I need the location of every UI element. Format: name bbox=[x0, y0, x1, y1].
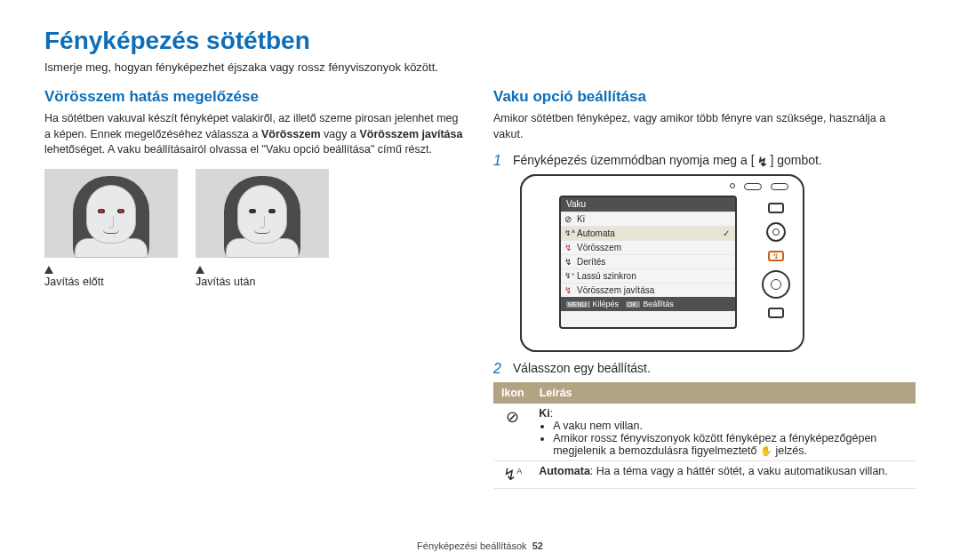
bold-redeye: Vörösszem bbox=[261, 128, 321, 140]
fn-button bbox=[768, 308, 784, 318]
menu-title: Vaku bbox=[561, 197, 735, 212]
step-number: 1 bbox=[493, 153, 506, 169]
portrait-pair bbox=[44, 169, 467, 258]
row-title: Ki bbox=[539, 407, 550, 420]
nav-dial bbox=[762, 270, 790, 299]
text: vagy a bbox=[324, 128, 359, 140]
table-row: ⊘ Ki: A vaku nem villan. Amikor rossz fé… bbox=[494, 404, 916, 461]
menu-item-fill: Derítés bbox=[561, 254, 735, 268]
text: lehetőséget. A vaku beállításairól olvas… bbox=[44, 143, 432, 156]
portrait-before bbox=[44, 169, 178, 258]
red-eye-icon bbox=[117, 209, 124, 213]
flash-off-icon: ⊘ bbox=[494, 404, 532, 461]
menu-exit: Kilépés bbox=[566, 299, 619, 309]
bold-redeye-fix: Vörösszem javítása bbox=[359, 128, 462, 140]
mode-button bbox=[768, 203, 784, 213]
th-icon: Ikon bbox=[494, 383, 532, 404]
camera-lcd: Vaku Ki Automata Vörösszem Derítés Lassú… bbox=[559, 196, 737, 329]
col-flash: Vaku opció beállítása Amikor sötétben fé… bbox=[493, 88, 916, 489]
menu-item-off: Ki bbox=[561, 212, 735, 226]
th-desc: Leírás bbox=[532, 383, 915, 404]
step-2: 2 Válasszon egy beállítást. bbox=[493, 361, 916, 377]
step-text: Válasszon egy beállítást. bbox=[513, 361, 651, 377]
redeye-heading: Vörösszem hatás megelőzése bbox=[44, 88, 467, 106]
camera-buttons: ↯ bbox=[762, 203, 790, 318]
menu-item-auto-selected: Automata bbox=[561, 226, 735, 240]
menu-set: Beállítás bbox=[626, 299, 674, 309]
row-bullet: Amikor rossz fényviszonyok között fényké… bbox=[553, 432, 908, 457]
eye-icon bbox=[249, 209, 256, 213]
triangle-icon bbox=[44, 266, 53, 274]
row-body: : Ha a téma vagy a háttér sötét, a vaku … bbox=[590, 465, 888, 477]
power-button bbox=[766, 222, 786, 242]
eye-icon bbox=[268, 209, 276, 213]
step-number: 2 bbox=[493, 361, 506, 377]
table-row: ↯A Automata: Ha a téma vagy a háttér söt… bbox=[494, 461, 916, 489]
menu-item-slow: Lassú szinkron bbox=[561, 268, 735, 283]
flash-heading: Vaku opció beállítása bbox=[493, 88, 916, 106]
row-title: Automata bbox=[539, 465, 590, 477]
options-table: Ikon Leírás ⊘ Ki: A vaku nem villan. Ami… bbox=[493, 382, 916, 489]
flash-auto-icon: ↯A bbox=[494, 461, 532, 489]
caption-before: Javítás előtt bbox=[44, 276, 178, 288]
page-title: Fényképezés sötétben bbox=[44, 27, 916, 55]
two-col-layout: Vörösszem hatás megelőzése Ha sötétben v… bbox=[44, 88, 916, 489]
flash-button-highlighted: ↯ bbox=[768, 251, 784, 261]
portrait-after bbox=[196, 169, 329, 258]
page-footer: Fényképezési beállítások 52 bbox=[0, 540, 960, 551]
footer-section: Fényképezési beállítások bbox=[417, 540, 527, 551]
flash-paragraph: Amikor sötétben fényképez, vagy amikor t… bbox=[493, 111, 916, 142]
step-text: Fényképezés üzemmódban nyomja meg a [ ] … bbox=[513, 153, 822, 169]
triangle-icon bbox=[196, 266, 204, 274]
camera-illustration: Vaku Ki Automata Vörösszem Derítés Lassú… bbox=[520, 174, 804, 352]
shake-warning-icon: ✋ bbox=[760, 445, 772, 456]
footer-page: 52 bbox=[532, 540, 543, 551]
flash-icon bbox=[757, 155, 766, 167]
red-eye-icon bbox=[98, 209, 105, 213]
caption-after: Javítás után bbox=[196, 276, 329, 288]
step-1: 1 Fényképezés üzemmódban nyomja meg a [ … bbox=[493, 153, 916, 169]
redeye-paragraph: Ha sötétben vakuval készít fényképet val… bbox=[44, 111, 467, 158]
menu-footer: Kilépés Beállítás bbox=[561, 297, 735, 311]
captions: Javítás előtt Javítás után bbox=[44, 263, 467, 288]
page-intro: Ismerje meg, hogyan fényképezhet éjszaka… bbox=[44, 60, 916, 74]
menu-item-redeye-fix: Vörösszem javítása bbox=[561, 283, 735, 297]
menu-item-redeye: Vörösszem bbox=[561, 240, 735, 254]
col-redeye: Vörösszem hatás megelőzése Ha sötétben v… bbox=[44, 88, 467, 489]
row-bullet: A vaku nem villan. bbox=[553, 420, 908, 432]
